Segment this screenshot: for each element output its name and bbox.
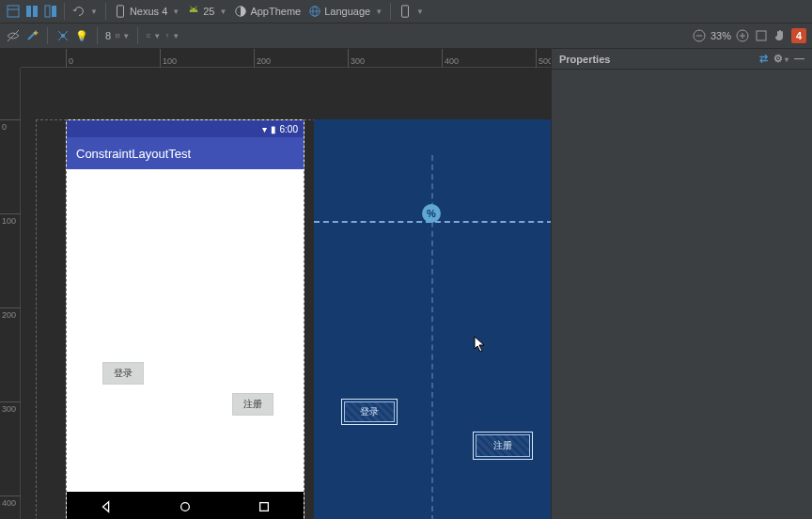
- divider: [105, 3, 106, 20]
- divider: [64, 3, 65, 20]
- default-margin-value: 8: [105, 30, 111, 41]
- svg-rect-6: [117, 6, 123, 17]
- zoom-level[interactable]: 33%: [710, 30, 731, 41]
- login-button[interactable]: 登录: [102, 362, 144, 385]
- ruler-vertical: 0 100 200 300 400: [0, 68, 21, 519]
- design-mode-icon[interactable]: [5, 3, 22, 20]
- svg-rect-15: [402, 6, 409, 17]
- svg-line-9: [191, 7, 193, 8]
- ruler-tick: 200: [254, 49, 271, 68]
- status-time: 6:00: [280, 124, 298, 134]
- designer-toolbar-2: 💡 8 ▼ ▼ ▼ 33% 4: [0, 24, 812, 49]
- both-mode-icon[interactable]: [42, 3, 59, 20]
- svg-rect-5: [52, 6, 56, 17]
- android-icon: [187, 4, 200, 19]
- chevron-down-icon: ▼: [90, 8, 98, 16]
- api-label: 25: [203, 6, 214, 17]
- chevron-down-icon: ▼: [172, 8, 180, 16]
- properties-title: Properties: [559, 54, 610, 65]
- percent-label: %: [427, 208, 436, 219]
- nav-bar: [67, 492, 304, 519]
- blueprint-view[interactable]: % 登录 注册: [314, 119, 551, 519]
- zoom-fit-icon[interactable]: [754, 28, 769, 43]
- status-bar: ▾ ▮ 6:00: [67, 120, 304, 137]
- eye-hide-icon[interactable]: [6, 28, 21, 43]
- app-title: ConstraintLayoutTest: [76, 147, 191, 161]
- svg-rect-3: [33, 6, 38, 17]
- ruler-tick: 300: [0, 401, 21, 414]
- divider: [390, 3, 391, 20]
- properties-panel: Properties ⇄ ⚙▾ —: [551, 49, 812, 519]
- design-canvas[interactable]: 0 100 200 300 400 500 0 100 200 300 400 …: [0, 49, 551, 519]
- divider: [137, 27, 138, 44]
- mouse-cursor: [474, 336, 487, 353]
- locale-label: Language: [324, 6, 370, 17]
- guideline-percent-badge[interactable]: %: [422, 204, 441, 223]
- battery-icon: ▮: [271, 124, 276, 134]
- align-dropdown-icon[interactable]: ▼: [146, 28, 161, 43]
- pan-icon[interactable]: [773, 28, 788, 43]
- svg-rect-33: [757, 31, 766, 40]
- button-label: 登录: [360, 405, 379, 418]
- infer-constraints-icon[interactable]: 💡: [74, 28, 89, 43]
- gear-icon[interactable]: ⚙▾: [773, 53, 789, 65]
- ruler-horizontal: 0 100 200 300 400 500: [21, 49, 551, 68]
- ruler-tick: 500: [536, 49, 551, 68]
- design-surface[interactable]: ▾ ▮ 6:00 ConstraintLayoutTest 登录 注册: [21, 68, 551, 519]
- device-dropdown[interactable]: Nexus 4 ▼: [114, 5, 180, 18]
- chevron-down-icon: ▼: [219, 8, 226, 16]
- ruler-tick: 400: [0, 495, 21, 508]
- nav-back-icon[interactable]: [100, 500, 113, 513]
- zoom-out-icon[interactable]: [692, 28, 707, 43]
- ruler-tick: 200: [0, 307, 21, 320]
- chevron-down-icon: ▼: [375, 8, 383, 16]
- design-view[interactable]: ▾ ▮ 6:00 ConstraintLayoutTest 登录 注册: [66, 119, 304, 519]
- device-label: Nexus 4: [130, 6, 167, 17]
- ruler-tick: 300: [348, 49, 365, 68]
- ruler-tick: 0: [66, 49, 73, 68]
- register-button[interactable]: 注册: [232, 393, 273, 416]
- button-label: 注册: [493, 439, 512, 452]
- blueprint-register-button[interactable]: 注册: [476, 434, 530, 457]
- api-dropdown[interactable]: 25 ▼: [187, 4, 226, 19]
- variant-dropdown[interactable]: ▼: [398, 5, 424, 18]
- app-bar: ConstraintLayoutTest: [67, 137, 304, 169]
- svg-line-16: [8, 30, 19, 41]
- guideline-dropdown-icon[interactable]: ▼: [164, 28, 180, 43]
- warning-count: 4: [796, 30, 802, 41]
- button-label: 登录: [114, 368, 133, 378]
- blueprint-mode-icon[interactable]: [23, 3, 40, 20]
- magic-wand-icon[interactable]: [24, 28, 39, 43]
- minimize-icon[interactable]: —: [794, 53, 804, 65]
- svg-rect-0: [8, 6, 19, 17]
- divider: [47, 27, 48, 44]
- ruler-tick: 100: [160, 49, 177, 68]
- locale-dropdown[interactable]: Language ▼: [308, 5, 383, 18]
- clear-constraints-icon[interactable]: [55, 28, 70, 43]
- svg-point-20: [61, 34, 65, 38]
- button-label: 注册: [243, 399, 262, 409]
- theme-dropdown[interactable]: AppTheme: [234, 5, 301, 18]
- svg-point-34: [181, 503, 190, 511]
- margin-dropdown-icon[interactable]: ▼: [115, 28, 130, 43]
- ruler-tick: 100: [0, 213, 21, 226]
- wifi-icon: ▾: [262, 124, 267, 134]
- nav-home-icon[interactable]: [179, 500, 192, 513]
- svg-rect-2: [26, 6, 31, 17]
- svg-rect-35: [260, 503, 269, 511]
- svg-rect-4: [45, 6, 50, 17]
- toggle-view-icon[interactable]: ⇄: [759, 53, 768, 65]
- nav-recent-icon[interactable]: [258, 500, 271, 513]
- svg-line-10: [195, 7, 197, 8]
- theme-label: AppTheme: [250, 6, 301, 17]
- warning-badge[interactable]: 4: [791, 28, 806, 43]
- blueprint-login-button[interactable]: 登录: [344, 401, 395, 422]
- content-area[interactable]: 登录 注册: [67, 169, 304, 492]
- svg-point-7: [192, 8, 193, 9]
- ruler-tick: 400: [442, 49, 459, 68]
- svg-point-8: [195, 8, 195, 9]
- orientation-dropdown[interactable]: ▼: [72, 5, 98, 18]
- zoom-in-icon[interactable]: [735, 28, 750, 43]
- divider: [97, 27, 98, 44]
- chevron-down-icon: ▼: [416, 8, 424, 16]
